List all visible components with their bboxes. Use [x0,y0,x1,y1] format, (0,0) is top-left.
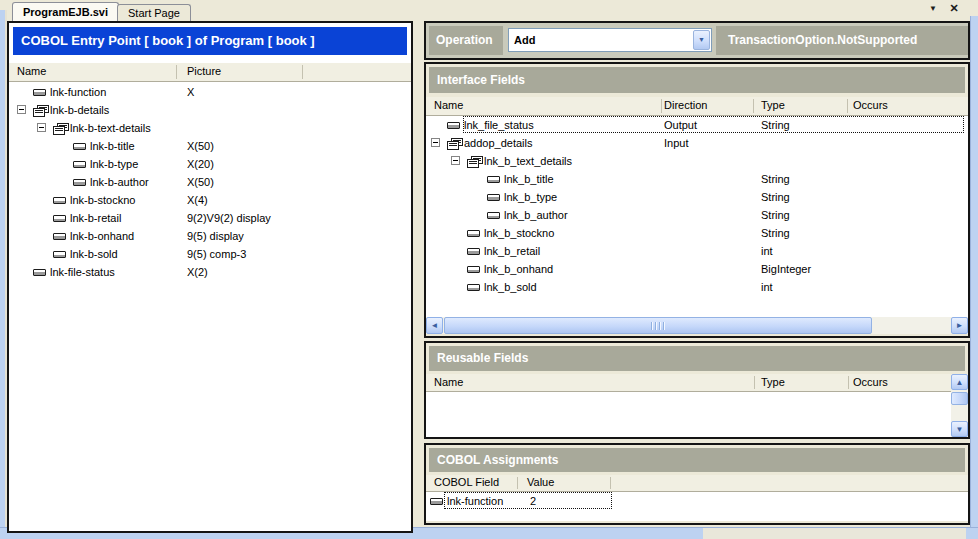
column-separator[interactable] [176,65,177,79]
field-icon [487,194,500,201]
interface-fields-tree: lnk_file_statusOutputStringaddop_details… [426,116,968,317]
tree-row[interactable]: addop_detailsInput [426,134,968,152]
tree-row[interactable]: lnk_b_stocknoString [426,224,968,242]
tree-row[interactable]: lnk-b-text-details [9,119,411,137]
collapse-icon[interactable] [17,105,26,114]
column-separator[interactable] [754,376,755,389]
cobol-assignments-column-header: COBOL Field Value [426,475,968,492]
tree-row[interactable]: lnk_b_text_details [426,152,968,170]
tree-row[interactable]: lnk_b_typeString [426,188,968,206]
item-name: lnk-b-title [90,137,135,155]
column-separator[interactable] [302,65,303,79]
field-icon [467,230,480,237]
item-name: lnk-function [50,83,106,101]
tab-list-dropdown-icon[interactable]: ▼ [926,4,940,13]
tree-row[interactable]: lnk_b_onhandBigInteger [426,260,968,278]
type-cell: int [761,278,773,296]
window-frame-left [0,10,7,539]
panel-title: COBOL Entry Point [ book ] of Program [ … [13,27,407,55]
item-name: lnk_b_retail [484,242,540,260]
horizontal-scrollbar[interactable]: ◄ ► [426,317,968,334]
type-cell: int [761,242,773,260]
direction-cell: Output [664,116,697,134]
operation-select[interactable]: Add ▼ [508,28,712,52]
item-name: lnk-b-sold [70,245,118,263]
type-cell: String [761,170,790,188]
field-icon [467,266,480,273]
close-icon[interactable]: ✕ [946,2,962,15]
vertical-scrollbar[interactable]: ▲ ▼ [951,374,968,437]
tree-row[interactable]: lnk-b-sold9(5) comp-3 [9,245,411,263]
tree-row[interactable]: lnk-function2 [426,492,968,510]
column-separator[interactable] [517,477,518,489]
item-name: lnk_b_onhand [484,260,553,278]
scroll-up-icon[interactable]: ▲ [951,374,968,390]
tree-row[interactable]: lnk-b-typeX(20) [9,155,411,173]
column-header-name: Name [17,65,46,77]
type-cell: BigInteger [761,260,811,278]
item-name: lnk-b-author [90,173,149,191]
app-window: { "window": { "tabs": [ { "label": "Prog… [0,0,978,539]
type-cell: String [761,224,790,242]
picture-cell: X(50) [187,137,214,155]
column-header-type: Type [761,376,785,388]
tab-programejb-svi[interactable]: ProgramEJB.svi [12,2,119,21]
scroll-right-icon[interactable]: ► [951,317,968,334]
collapse-icon[interactable] [451,156,460,165]
collapse-icon[interactable] [37,123,46,132]
tree-row[interactable]: lnk-b-titleX(50) [9,137,411,155]
picture-cell: 9(5) comp-3 [187,245,246,263]
item-name: lnk_file_status [464,116,534,134]
field-icon [467,284,480,291]
interface-column-header: Name Direction Type Occurs [426,97,968,116]
tree-row[interactable]: lnk-b-details [9,101,411,119]
column-header-cobol-field: COBOL Field [434,476,499,488]
picture-cell: X(50) [187,173,214,191]
reusable-fields-panel: Reusable Fields Name Type Occurs ▲ ▼ [424,341,970,439]
tree-row[interactable]: lnk-b-onhand9(5) display [9,227,411,245]
scrollbar-thumb[interactable] [951,392,968,405]
column-separator[interactable] [610,477,611,489]
status-strip [703,528,966,539]
operation-label: Operation [429,26,503,55]
tree-row[interactable]: lnk-file-statusX(2) [9,263,411,281]
cobol-assignments-panel: COBOL Assignments COBOL Field Value lnk-… [424,443,970,525]
item-name: lnk_b_type [504,188,557,206]
field-icon [467,248,480,255]
item-name: lnk_b_text_details [484,152,572,170]
tab-start-page[interactable]: Start Page [117,4,191,21]
scroll-left-icon[interactable]: ◄ [426,317,443,334]
tree-row[interactable]: lnk_file_statusOutputString [426,116,968,134]
scroll-down-icon[interactable]: ▼ [951,421,968,437]
column-separator[interactable] [848,376,849,389]
reusable-column-header: Name Type Occurs [426,374,951,392]
column-separator[interactable] [847,99,848,113]
field-icon [487,212,500,219]
tree-row[interactable]: lnk_b_retailint [426,242,968,260]
tree-row[interactable]: lnk-b-stocknoX(4) [9,191,411,209]
tree-row[interactable]: lnk-b-authorX(50) [9,173,411,191]
column-separator[interactable] [753,99,754,113]
collapse-icon[interactable] [431,138,440,147]
field-icon [33,269,46,276]
tree-row[interactable]: lnk_b_titleString [426,170,968,188]
dropdown-icon[interactable]: ▼ [693,30,710,50]
left-column-header: Name Picture [9,63,411,82]
scrollbar-thumb[interactable] [444,317,872,334]
section-header-interface-fields: Interface Fields [429,67,965,93]
tree-row[interactable]: lnk-b-retail9(2)V9(2) display [9,209,411,227]
field-icon [487,176,500,183]
picture-cell: 9(5) display [187,227,244,245]
row-focus-outline [463,116,964,133]
column-header-picture: Picture [187,65,221,77]
cobol-entry-point-panel: COBOL Entry Point [ book ] of Program [ … [7,21,413,533]
field-icon [33,89,46,96]
column-separator[interactable] [661,99,662,113]
field-icon [53,233,66,240]
item-name: addop_details [464,134,533,152]
operation-selected-value: Add [514,34,535,46]
picture-cell: 9(2)V9(2) display [187,209,271,227]
tree-row[interactable]: lnk_b_authorString [426,206,968,224]
tree-row[interactable]: lnk-functionX [9,83,411,101]
tree-row[interactable]: lnk_b_soldint [426,278,968,296]
